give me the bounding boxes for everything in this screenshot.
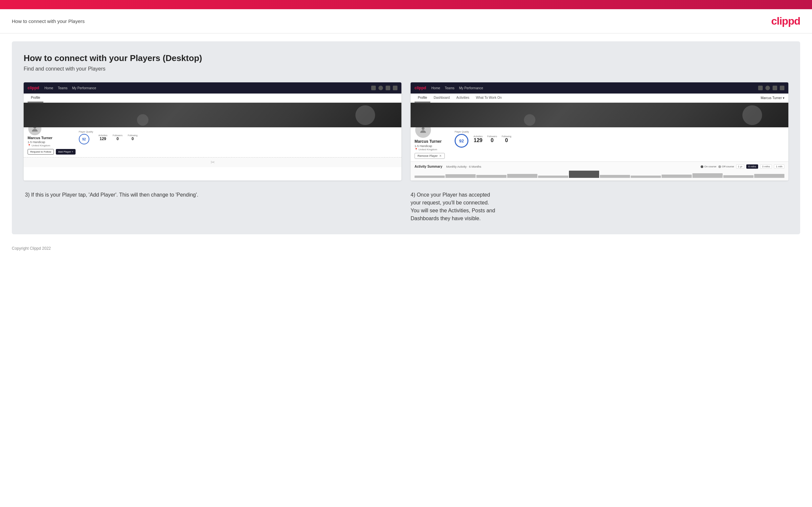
page-breadcrumb: How to connect with your Players (12, 18, 85, 24)
chart-bar-6 (569, 171, 599, 178)
profile-stats-1: Player Quality 92 Activities 129 (79, 127, 398, 145)
account-icon-1[interactable] (393, 86, 398, 90)
app-subnav-1: Profile (23, 94, 401, 103)
nav-teams-1[interactable]: Teams (58, 86, 67, 90)
description-2: 4) Once your Player has accepted your re… (411, 191, 787, 223)
settings-icon-1[interactable] (386, 86, 390, 90)
description-2-text: 4) Once your Player has accepted your re… (411, 191, 787, 223)
nav-myperformance-2[interactable]: My Performance (459, 86, 483, 90)
activity-chart (414, 171, 784, 178)
tab-dashboard-2[interactable]: Dashboard (430, 94, 453, 102)
user-icon-2[interactable] (765, 86, 770, 90)
copyright-text: Copyright Clippd 2022 (12, 246, 51, 251)
activity-controls: On course Off course 1 yr 6 mths 3 mths … (701, 164, 784, 169)
profile-handicap-2: 1-5 Handicap (414, 145, 451, 148)
offcourse-dot (718, 165, 721, 168)
activity-header: Activity Summary Monthly Activity · 6 Mo… (414, 164, 784, 169)
nav-home-1[interactable]: Home (44, 86, 53, 90)
profile-name-2: Marcus Turner (414, 139, 451, 144)
clippd-logo: clippd (771, 15, 800, 27)
quality-circle-2: 92 (455, 134, 468, 148)
nav-home-2[interactable]: Home (431, 86, 440, 90)
time-btn-1yr[interactable]: 1 yr (736, 164, 744, 169)
nav-teams-2[interactable]: Teams (445, 86, 454, 90)
activity-section: Activity Summary Monthly Activity · 6 Mo… (411, 161, 789, 180)
profile-stats-2: Player Quality 92 Activities 129 (455, 127, 784, 148)
chart-bar-12 (754, 174, 784, 178)
app-navbar-2: clippd Home Teams My Performance (411, 82, 789, 94)
legend-oncourse: On course (701, 165, 716, 168)
time-btn-1mth[interactable]: 1 mth (774, 164, 784, 169)
legend-offcourse: Off course (718, 165, 734, 168)
chart-bar-4 (507, 174, 538, 178)
nav-links-1: Home Teams My Performance (44, 86, 371, 90)
app-logo-1: clippd (28, 86, 39, 90)
settings-icon-2[interactable] (773, 86, 777, 90)
oncourse-dot (701, 165, 703, 168)
profile-section-1: Marcus Turner 1-5 Handicap 📍 United King… (23, 127, 401, 157)
add-player-button[interactable]: Add Player + (56, 149, 75, 155)
request-follow-button[interactable]: Request to Follow (28, 149, 54, 155)
tab-activities-2[interactable]: Activities (453, 94, 472, 102)
nav-links-2: Home Teams My Performance (431, 86, 758, 90)
time-btn-3mths[interactable]: 3 mths (760, 164, 772, 169)
chart-bar-7 (600, 175, 630, 178)
search-icon-1[interactable] (371, 86, 376, 90)
app-logo-2: clippd (414, 86, 426, 90)
chart-bar-11 (723, 175, 754, 178)
screenshots-row: clippd Home Teams My Performance Profile (23, 82, 789, 180)
profile-handicap-1: 1-5 Handicap (28, 140, 75, 144)
descriptions-row: 3) If this is your Player tap, 'Add Play… (23, 191, 789, 223)
cut-area-1: ✂ (23, 157, 401, 167)
search-icon-2[interactable] (758, 86, 763, 90)
chart-bar-1 (414, 176, 445, 178)
nav-icons-1 (371, 86, 398, 90)
description-1-text: 3) If this is your Player tap, 'Add Play… (25, 191, 401, 199)
description-1: 3) If this is your Player tap, 'Add Play… (25, 191, 401, 223)
tab-whattoon-2[interactable]: What To Work On (473, 94, 505, 102)
main-content: How to connect with your Players (Deskto… (12, 41, 800, 234)
tab-user-dropdown[interactable]: Marcus Turner ▾ (761, 96, 784, 100)
activity-period: Monthly Activity · 6 Months (446, 165, 481, 168)
profile-location-2: 📍 United Kingdom (414, 148, 451, 151)
chart-bar-5 (538, 176, 568, 178)
profile-name-1: Marcus Turner (28, 136, 75, 140)
close-icon: ✕ (439, 154, 442, 158)
tab-profile-2[interactable]: Profile (414, 94, 430, 102)
account-icon-2[interactable] (780, 86, 784, 90)
screenshot-2: clippd Home Teams My Performance Profile… (411, 82, 789, 180)
chart-bar-2 (445, 174, 476, 178)
scissors-icon: ✂ (211, 159, 215, 165)
hero-image-1 (23, 103, 401, 127)
app-navbar-1: clippd Home Teams My Performance (23, 82, 401, 94)
header: How to connect with your Players clippd (0, 9, 812, 34)
profile-section-2: Marcus Turner 1-5 Handicap 📍 United King… (411, 127, 789, 161)
remove-player-button[interactable]: Remove Player ✕ (414, 153, 445, 159)
hero-image-2 (411, 103, 789, 127)
app-subnav-2: Profile Dashboard Activities What To Wor… (411, 94, 789, 103)
chart-bar-10 (693, 173, 723, 178)
location-pin-icon: 📍 (28, 144, 31, 147)
profile-location-1: 📍 United Kingdom (28, 144, 75, 147)
nav-myperformance-1[interactable]: My Performance (72, 86, 96, 90)
page-footer: Copyright Clippd 2022 (0, 242, 812, 259)
time-btn-6mths[interactable]: 6 mths (746, 164, 758, 169)
chart-bar-8 (631, 176, 661, 178)
chart-bar-3 (476, 175, 507, 178)
svg-point-1 (422, 127, 425, 130)
main-subtitle: Find and connect with your Players (23, 66, 789, 72)
tab-profile-1[interactable]: Profile (28, 94, 43, 102)
main-title: How to connect with your Players (Deskto… (23, 53, 789, 63)
location-pin-icon-2: 📍 (414, 148, 418, 151)
top-bar (0, 0, 812, 9)
quality-circle-1: 92 (79, 134, 89, 145)
screenshot-1: clippd Home Teams My Performance Profile (23, 82, 401, 180)
chart-bar-9 (662, 175, 692, 178)
nav-icons-2 (758, 86, 784, 90)
user-icon-1[interactable] (378, 86, 383, 90)
profile-buttons-1: Request to Follow Add Player + (28, 149, 75, 155)
activity-title: Activity Summary (414, 165, 442, 168)
